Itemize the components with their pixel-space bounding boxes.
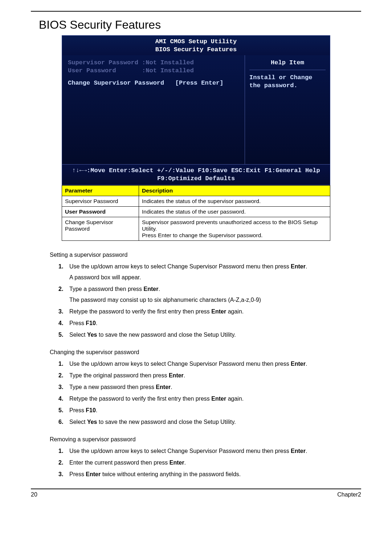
bios-title-bar: AMI CMOS Setup Utility BIOS Security Fea… xyxy=(62,36,330,55)
list-item: Use the up/down arrow keys to select Cha… xyxy=(58,263,350,281)
section-heading: BIOS Security Features xyxy=(31,18,361,32)
list-item: Enter the current password then press En… xyxy=(58,459,350,466)
bios-change-supervisor-row[interactable]: Change Supervisor Password [Press Enter] xyxy=(68,79,239,87)
step-sub-text: The password may consist up to six alpha… xyxy=(69,297,350,303)
bios-help-text: Install or Change the password. xyxy=(249,74,326,90)
bios-title-line2: BIOS Security Features xyxy=(62,46,330,54)
bios-footer-hints: ↑↓←→:Move Enter:Select +/-/:Value F10:Sa… xyxy=(62,164,330,185)
changing-password-steps: Use the up/down arrow keys to select Cha… xyxy=(50,361,350,425)
list-item: Use the up/down arrow keys to select Cha… xyxy=(58,361,350,367)
parameter-table: Parameter Description Supervisor Passwor… xyxy=(62,185,330,241)
list-item: Retype the password to verify the first … xyxy=(58,396,350,402)
bios-supervisor-row: Supervisor Password :Not Installed xyxy=(68,59,239,67)
removing-password-intro: Removing a supervisor password xyxy=(50,436,350,443)
table-row: User PasswordIndicates the status of the… xyxy=(62,207,330,217)
changing-password-intro: Changing the supervisor password xyxy=(50,349,350,356)
list-item: Select Yes to save the new password and … xyxy=(58,419,350,425)
desc-cell: Supervisor password prevents unauthorize… xyxy=(139,217,330,241)
table-row: Change Supervisor PasswordSupervisor pas… xyxy=(62,217,330,241)
bios-footer-line2: F9:Optimized Defaults xyxy=(62,175,330,183)
list-item: Press F10. xyxy=(58,320,350,327)
desc-cell: Indicates the status of the user passwor… xyxy=(139,207,330,217)
bios-help-title: Help Item xyxy=(249,59,326,70)
list-item: Use the up/down arrow keys to select Cha… xyxy=(58,448,350,454)
page-footer: 20 Chapter2 xyxy=(31,491,361,498)
bios-main-pane: Supervisor Password :Not Installed User … xyxy=(62,55,245,164)
param-header-description: Description xyxy=(139,186,330,196)
setting-password-steps: Use the up/down arrow keys to select Cha… xyxy=(50,263,350,338)
top-horizontal-rule xyxy=(31,11,361,12)
bios-user-row: User Password :Not Installed xyxy=(68,67,239,75)
bios-supervisor-label: Supervisor Password : xyxy=(68,59,146,66)
list-item: Press Enter twice without entering anyth… xyxy=(58,471,350,478)
param-cell: Change Supervisor Password xyxy=(62,217,139,241)
desc-cell: Indicates the status of the supervisor p… xyxy=(139,196,330,207)
list-item: Type a password then press Enter.The pas… xyxy=(58,286,350,303)
step-sub-text: A password box will appear. xyxy=(69,274,350,281)
param-header-parameter: Parameter xyxy=(62,186,139,196)
bios-help-pane: Help Item Install or Change the password… xyxy=(245,55,330,164)
bios-change-supervisor-label: Change Supervisor Password xyxy=(68,80,164,86)
list-item: Type a new password then press Enter. xyxy=(58,384,350,390)
table-row: Supervisor PasswordIndicates the status … xyxy=(62,196,330,207)
list-item: Press F10. xyxy=(58,407,350,414)
setting-password-intro: Setting a supervisor password xyxy=(50,252,350,258)
list-item: Type the original password then press En… xyxy=(58,372,350,379)
chapter-label: Chapter2 xyxy=(337,491,361,498)
param-cell: User Password xyxy=(62,207,139,217)
instructions-section: Setting a supervisor password Use the up… xyxy=(50,252,350,478)
bottom-horizontal-rule xyxy=(31,489,361,489)
param-cell: Supervisor Password xyxy=(62,196,139,207)
removing-password-steps: Use the up/down arrow keys to select Cha… xyxy=(50,448,350,478)
page-number: 20 xyxy=(31,491,37,498)
list-item: Select Yes to save the new password and … xyxy=(58,332,350,338)
bios-change-supervisor-action: [Press Enter] xyxy=(175,80,224,86)
bios-supervisor-value: Not Installed xyxy=(146,59,194,66)
bios-title-line1: AMI CMOS Setup Utility xyxy=(62,38,330,46)
list-item: Retype the password to verify the first … xyxy=(58,308,350,315)
bios-user-value: Not Installed xyxy=(146,67,194,74)
bios-screenshot: AMI CMOS Setup Utility BIOS Security Fea… xyxy=(62,35,330,185)
bios-user-label: User Password : xyxy=(68,67,146,74)
bios-footer-line1: ↑↓←→:Move Enter:Select +/-/:Value F10:Sa… xyxy=(62,167,330,175)
